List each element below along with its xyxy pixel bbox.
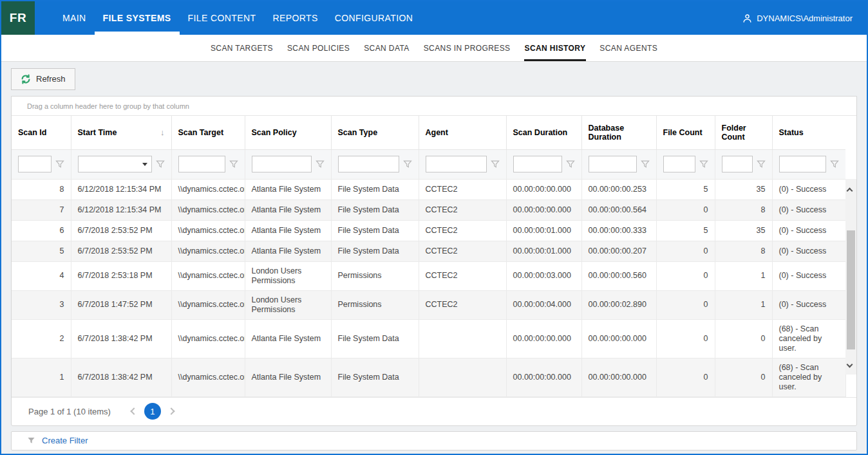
funnel-icon[interactable] [229, 160, 238, 169]
funnel-icon[interactable] [699, 160, 708, 169]
filter-input-scan-target[interactable] [178, 156, 225, 172]
column-header-folder-count[interactable]: Folder Count [715, 116, 772, 149]
scrollbar-thumb[interactable] [847, 230, 855, 349]
top-nav-reports[interactable]: REPORTS [264, 1, 326, 35]
funnel-icon[interactable] [156, 160, 165, 169]
column-header-scan-id[interactable]: Scan Id [12, 116, 71, 149]
table-cell: 6/7/2018 2:53:52 PM [71, 220, 171, 241]
vertical-scrollbar [845, 116, 856, 375]
table-row[interactable]: 86/12/2018 12:15:34 PM\\dynamics.cctec.o… [12, 179, 845, 200]
tab-scan-policies[interactable]: SCAN POLICIES [280, 35, 357, 61]
table-cell: 5 [12, 241, 71, 261]
funnel-icon[interactable] [641, 160, 650, 169]
funnel-icon[interactable] [491, 160, 500, 169]
table-cell: Atlanta File System [245, 200, 331, 220]
table-cell: 0 [656, 290, 715, 319]
funnel-icon[interactable] [55, 160, 64, 169]
table-cell: \\dynamics.cctec.org [171, 358, 245, 396]
table-cell: CCTEC2 [419, 290, 506, 319]
chevron-down-icon[interactable] [847, 358, 852, 369]
table-cell: File System Data [331, 319, 419, 358]
top-nav-main[interactable]: MAIN [54, 1, 95, 35]
filter-input-start-time[interactable] [78, 156, 152, 172]
table-cell: 6/7/2018 1:47:52 PM [71, 290, 171, 319]
filter-input-agent[interactable] [426, 156, 487, 172]
table-row[interactable]: 46/7/2018 2:53:18 PM\\dynamics.cctec.org… [12, 261, 845, 290]
table-cell: File System Data [331, 179, 419, 200]
column-header-start-time[interactable]: Start Time ↓ [71, 116, 171, 149]
table-cell: 0 [656, 319, 715, 358]
header-row: Scan Id Start Time ↓ Scan Target Scan Po… [12, 116, 845, 149]
table-cell: (0) - Success [772, 220, 845, 241]
tab-scans-in-progress[interactable]: SCANS IN PROGRESS [417, 35, 518, 61]
top-bar: FR MAIN FILE SYSTEMS FILE CONTENT REPORT… [1, 1, 867, 35]
column-header-scan-type[interactable]: Scan Type [331, 116, 419, 149]
caret-down-icon[interactable] [142, 163, 147, 166]
filter-input-folder-count[interactable] [722, 156, 753, 172]
column-header-file-count[interactable]: File Count [656, 116, 715, 149]
scrollbar-track[interactable] [845, 179, 856, 375]
user-menu[interactable]: DYNAMICS\Administrator [742, 1, 867, 35]
table-cell: \\dynamics.cctec.org [171, 179, 245, 200]
chevron-right-icon[interactable] [167, 407, 175, 414]
filter-row [12, 149, 845, 179]
funnel-icon[interactable] [757, 160, 766, 169]
tab-scan-history[interactable]: SCAN HISTORY [518, 35, 593, 61]
column-header-scan-target[interactable]: Scan Target [171, 116, 245, 149]
tab-scan-data[interactable]: SCAN DATA [357, 35, 417, 61]
funnel-icon[interactable] [830, 160, 839, 169]
funnel-icon[interactable] [566, 160, 575, 169]
top-nav-file-content[interactable]: FILE CONTENT [180, 1, 265, 35]
table-cell: 0 [715, 319, 772, 358]
filter-input-database-duration[interactable] [589, 156, 637, 172]
create-filter-link[interactable]: Create Filter [42, 436, 88, 445]
chevron-left-icon[interactable] [130, 407, 137, 414]
table-cell [419, 358, 506, 396]
pagination-bar: Page 1 of 1 (10 items) 1 [12, 397, 856, 425]
top-nav-file-systems[interactable]: FILE SYSTEMS [95, 1, 180, 35]
table-row[interactable]: 16/7/2018 1:38:42 PM\\dynamics.cctec.org… [12, 358, 845, 396]
table-cell: 6/12/2018 12:15:34 PM [71, 179, 171, 200]
filter-input-scan-policy[interactable] [252, 156, 312, 172]
table-cell: 00.00:00:03.000 [506, 261, 581, 290]
table-cell: (68) - Scan canceled by user. [772, 319, 845, 358]
table-cell: \\dynamics.cctec.org [171, 261, 245, 290]
table-cell: (0) - Success [772, 241, 845, 261]
table-row[interactable]: 66/7/2018 2:53:52 PM\\dynamics.cctec.org… [12, 220, 845, 241]
column-header-agent[interactable]: Agent [419, 116, 506, 149]
table-cell: File System Data [331, 200, 419, 220]
tab-scan-agents[interactable]: SCAN AGENTS [592, 35, 665, 61]
chevron-up-icon[interactable] [847, 184, 852, 196]
filter-input-scan-type[interactable] [338, 156, 399, 172]
person-icon [742, 14, 752, 23]
sort-descending-icon: ↓ [160, 127, 165, 137]
tab-scan-targets[interactable]: SCAN TARGETS [203, 35, 280, 61]
column-header-scan-policy[interactable]: Scan Policy [245, 116, 331, 149]
filter-input-file-count[interactable] [663, 156, 695, 172]
column-header-scan-duration[interactable]: Scan Duration [506, 116, 581, 149]
refresh-icon [21, 74, 31, 84]
table-row[interactable]: 56/7/2018 2:53:52 PM\\dynamics.cctec.org… [12, 241, 845, 261]
top-nav: MAIN FILE SYSTEMS FILE CONTENT REPORTS C… [54, 1, 421, 35]
top-nav-configuration[interactable]: CONFIGURATION [326, 1, 422, 35]
refresh-button[interactable]: Refresh [11, 68, 75, 90]
table-cell: (0) - Success [772, 261, 845, 290]
table-row[interactable]: 76/12/2018 12:15:34 PM\\dynamics.cctec.o… [12, 200, 845, 220]
table-cell: 35 [715, 179, 772, 200]
table-row[interactable]: 36/7/2018 1:47:52 PM\\dynamics.cctec.org… [12, 290, 845, 319]
page-number-button[interactable]: 1 [144, 403, 161, 420]
column-header-database-duration[interactable]: Database Duration [581, 116, 656, 149]
table-cell: 6/7/2018 2:53:52 PM [71, 241, 171, 261]
column-header-status[interactable]: Status [772, 116, 845, 149]
table-cell: \\dynamics.cctec.org [171, 200, 245, 220]
table-body: 86/12/2018 12:15:34 PM\\dynamics.cctec.o… [12, 179, 845, 396]
funnel-icon[interactable] [316, 160, 325, 169]
table-row[interactable]: 26/7/2018 1:38:42 PM\\dynamics.cctec.org… [12, 319, 845, 358]
table-cell: \\dynamics.cctec.org [171, 241, 245, 261]
funnel-icon[interactable] [403, 160, 412, 169]
filter-input-scan-id[interactable] [18, 156, 52, 172]
table-cell: 00.00:00:00.560 [581, 261, 656, 290]
table-cell: 5 [656, 179, 715, 200]
filter-input-status[interactable] [779, 156, 826, 172]
filter-input-scan-duration[interactable] [513, 156, 562, 172]
